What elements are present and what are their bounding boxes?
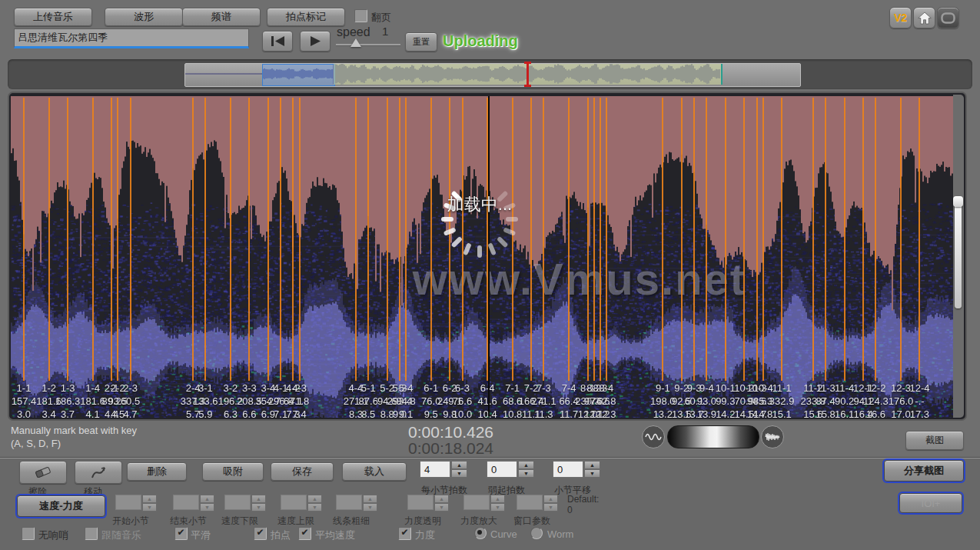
spectrum-button[interactable]: 频谱 [182, 8, 261, 26]
param-spinner-窗口参数[interactable]: ▲▼ [517, 495, 558, 510]
erase-tool-button[interactable] [19, 461, 67, 484]
version-badge[interactable]: V2 [889, 7, 912, 28]
beat-line[interactable] [762, 98, 764, 381]
spinner-弱起拍数[interactable]: 0▲▼ [487, 461, 534, 478]
delete-button[interactable]: 删除 [127, 462, 187, 481]
home-button[interactable] [913, 7, 935, 28]
load-button[interactable]: 载入 [342, 462, 407, 481]
beat-line[interactable] [299, 98, 301, 381]
beat-line[interactable] [600, 98, 601, 381]
beat-line[interactable] [405, 98, 407, 381]
spinner-up-arrow[interactable]: ▲ [584, 461, 600, 469]
checkbox-跟随音乐[interactable] [85, 527, 98, 540]
spinner-down-arrow[interactable]: ▼ [518, 469, 534, 478]
overview-selection-region[interactable] [262, 64, 335, 86]
beat-line[interactable] [267, 98, 269, 381]
radio-Curve[interactable] [474, 527, 487, 539]
beat-line[interactable] [875, 98, 876, 381]
waveform-button[interactable]: 波形 [105, 8, 183, 26]
beat-line[interactable] [725, 98, 726, 381]
beat-line[interactable] [693, 98, 695, 381]
display-button[interactable] [937, 7, 959, 28]
beat-line[interactable] [543, 98, 544, 381]
speed-slider-thumb[interactable] [350, 38, 361, 47]
track-title-input[interactable] [14, 28, 249, 48]
spinner-value[interactable] [336, 495, 362, 510]
beat-line[interactable] [280, 98, 281, 381]
snap-button[interactable]: 吸附 [202, 462, 264, 481]
spinner-value[interactable] [281, 495, 307, 510]
beat-line[interactable] [568, 98, 570, 381]
screenshot-button[interactable]: 截图 [905, 431, 964, 450]
spinner-up-arrow[interactable]: ▲ [142, 495, 157, 503]
upload-music-button[interactable]: 上传音乐 [14, 8, 92, 26]
spinner-down-arrow[interactable]: ▼ [307, 503, 322, 512]
skip-to-start-button[interactable] [262, 31, 293, 52]
beat-line[interactable] [606, 98, 607, 381]
beat-line[interactable] [111, 98, 112, 381]
play-button[interactable] [300, 31, 331, 52]
volume-slider[interactable] [667, 425, 759, 448]
beat-line[interactable] [825, 98, 826, 381]
beat-line[interactable] [355, 98, 357, 381]
spinner-小节平移[interactable]: 0▲▼ [553, 461, 600, 478]
beat-mark-button[interactable]: 拍点标记 [267, 8, 345, 26]
spinner-value[interactable] [463, 495, 490, 510]
vertical-zoom-thumb[interactable] [953, 196, 963, 207]
spinner-up-arrow[interactable]: ▲ [363, 495, 377, 503]
beat-line[interactable] [512, 98, 513, 381]
spinner-up-arrow[interactable]: ▲ [518, 461, 534, 469]
spinner-value[interactable] [173, 495, 199, 510]
spinner-up-arrow[interactable]: ▲ [451, 461, 467, 469]
beat-line[interactable] [117, 98, 118, 381]
beat-line[interactable] [23, 98, 25, 381]
radio-Worm[interactable] [530, 527, 543, 539]
beat-line[interactable] [430, 98, 432, 381]
spinner-每小节拍数[interactable]: 4▲▼ [420, 461, 467, 478]
beat-line[interactable] [204, 98, 206, 381]
beat-line[interactable] [92, 98, 94, 381]
checkbox-力度[interactable]: ✔ [398, 527, 411, 540]
tempo-dynamics-button[interactable]: 速度-力度 [17, 495, 105, 517]
beat-line[interactable] [781, 98, 782, 381]
beat-line[interactable] [593, 98, 595, 381]
checkbox-无响哨[interactable] [22, 527, 35, 540]
beat-line[interactable] [387, 98, 388, 381]
beat-line[interactable] [248, 98, 250, 381]
spinner-value[interactable] [407, 495, 434, 510]
speed-slider-track[interactable] [336, 44, 400, 45]
vertical-zoom-slider[interactable] [955, 199, 962, 308]
spinner-value[interactable] [115, 495, 141, 510]
checkbox-平均速度[interactable]: ✔ [298, 527, 311, 540]
beat-line[interactable] [587, 98, 589, 381]
ioi-button[interactable]: IOI+ [899, 493, 962, 513]
beat-line[interactable] [399, 98, 400, 381]
spinner-value[interactable]: 0 [553, 461, 583, 478]
beat-line[interactable] [862, 98, 864, 381]
spinner-down-arrow[interactable]: ▼ [490, 503, 505, 512]
beat-line[interactable] [130, 98, 131, 381]
save-button[interactable]: 保存 [271, 462, 334, 481]
beat-line[interactable] [449, 98, 450, 381]
spectrogram-view[interactable]: www.Vmus.net 1-1157.43.01-2181.63.41-318… [11, 95, 953, 418]
param-spinner-结束小节[interactable]: ▲▼ [173, 495, 214, 510]
spinner-up-arrow[interactable]: ▲ [543, 495, 558, 503]
beat-line[interactable] [706, 98, 707, 381]
overview-playhead-cursor[interactable] [527, 62, 529, 87]
spinner-value[interactable]: 0 [487, 461, 517, 478]
spinner-down-arrow[interactable]: ▼ [251, 503, 266, 512]
beat-line[interactable] [743, 98, 745, 381]
spinner-up-arrow[interactable]: ▲ [251, 495, 266, 503]
spinner-value[interactable]: 4 [420, 461, 450, 478]
param-spinner-开始小节[interactable]: ▲▼ [115, 495, 157, 510]
param-spinner-速度上限[interactable]: ▲▼ [281, 495, 322, 510]
beat-line[interactable] [230, 98, 231, 381]
main-playhead[interactable] [488, 96, 490, 416]
spinner-down-arrow[interactable]: ▼ [451, 469, 467, 478]
beat-line[interactable] [919, 98, 920, 381]
spinner-down-arrow[interactable]: ▼ [142, 503, 157, 512]
beat-line[interactable] [900, 98, 902, 381]
spinner-up-arrow[interactable]: ▲ [434, 495, 449, 503]
param-spinner-力度放大[interactable]: ▲▼ [463, 495, 505, 510]
spinner-down-arrow[interactable]: ▼ [363, 503, 377, 512]
